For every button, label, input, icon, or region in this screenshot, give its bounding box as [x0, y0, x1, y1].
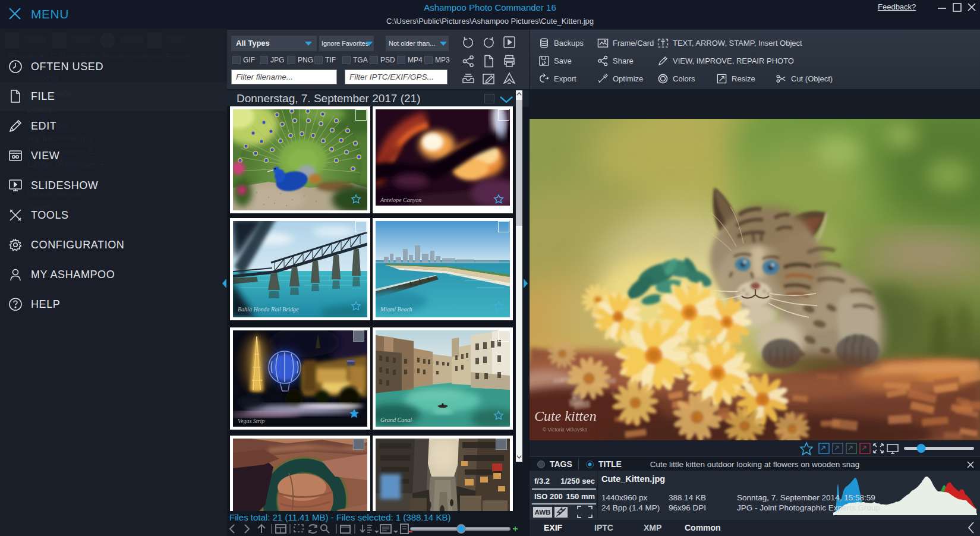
svg-text:Grand Canal: Grand Canal	[380, 417, 412, 423]
svg-text:Cute kitten: Cute kitten	[534, 408, 597, 424]
svg-text:Bahia Honda Rail Bridge: Bahia Honda Rail Bridge	[238, 306, 299, 313]
svg-text:Miami Beach: Miami Beach	[380, 306, 412, 313]
svg-text:Antelope Canyon: Antelope Canyon	[380, 197, 421, 203]
svg-text:© Victoria Vitkovska: © Victoria Vitkovska	[543, 427, 588, 433]
svg-text:Vegas Strip: Vegas Strip	[238, 418, 264, 424]
